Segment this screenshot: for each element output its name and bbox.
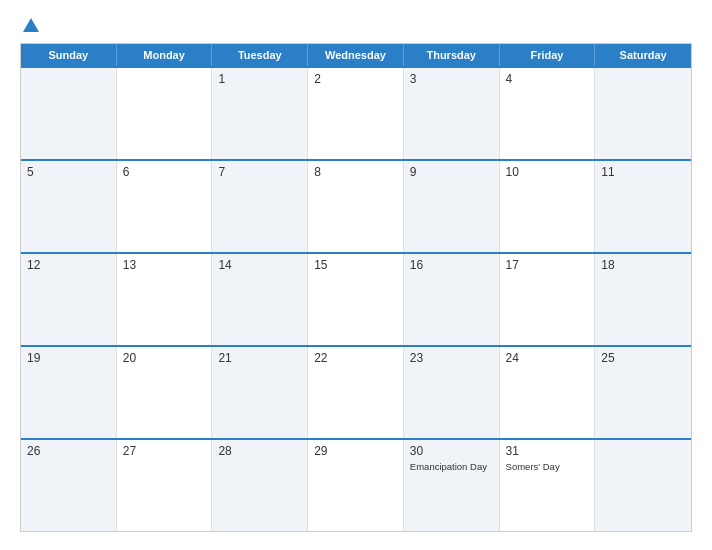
calendar-week-row: 2627282930Emancipation Day31Somers' Day	[21, 438, 691, 531]
day-number: 17	[506, 258, 589, 272]
calendar-cell: 25	[595, 347, 691, 438]
calendar-cell: 11	[595, 161, 691, 252]
calendar-cell: 26	[21, 440, 117, 531]
logo-triangle-icon	[23, 18, 39, 32]
logo	[20, 18, 39, 33]
day-number: 10	[506, 165, 589, 179]
day-number: 5	[27, 165, 110, 179]
day-number: 26	[27, 444, 110, 458]
calendar-cell: 13	[117, 254, 213, 345]
calendar-cell: 31Somers' Day	[500, 440, 596, 531]
day-number: 1	[218, 72, 301, 86]
day-number: 6	[123, 165, 206, 179]
calendar-cell: 5	[21, 161, 117, 252]
day-number: 22	[314, 351, 397, 365]
calendar-cell: 18	[595, 254, 691, 345]
calendar-cell: 8	[308, 161, 404, 252]
day-number: 11	[601, 165, 685, 179]
calendar-cell: 6	[117, 161, 213, 252]
weekday-header-cell: Thursday	[404, 44, 500, 66]
day-number: 3	[410, 72, 493, 86]
calendar-cell: 1	[212, 68, 308, 159]
calendar-cell: 23	[404, 347, 500, 438]
calendar-cell: 7	[212, 161, 308, 252]
day-number: 29	[314, 444, 397, 458]
day-number: 7	[218, 165, 301, 179]
calendar-cell: 21	[212, 347, 308, 438]
day-number: 28	[218, 444, 301, 458]
day-number: 31	[506, 444, 589, 458]
calendar-cell: 3	[404, 68, 500, 159]
calendar-cell: 24	[500, 347, 596, 438]
calendar-grid: SundayMondayTuesdayWednesdayThursdayFrid…	[20, 43, 692, 532]
day-number: 25	[601, 351, 685, 365]
calendar-cell: 12	[21, 254, 117, 345]
day-number: 12	[27, 258, 110, 272]
calendar-cell: 20	[117, 347, 213, 438]
weekday-header-cell: Sunday	[21, 44, 117, 66]
calendar-cell: 19	[21, 347, 117, 438]
day-number: 21	[218, 351, 301, 365]
day-number: 20	[123, 351, 206, 365]
calendar-page: SundayMondayTuesdayWednesdayThursdayFrid…	[0, 0, 712, 550]
day-event-label: Somers' Day	[506, 461, 589, 472]
calendar-cell: 15	[308, 254, 404, 345]
weekday-header-row: SundayMondayTuesdayWednesdayThursdayFrid…	[21, 44, 691, 66]
calendar-cell	[595, 68, 691, 159]
calendar-cell: 4	[500, 68, 596, 159]
calendar-week-row: 19202122232425	[21, 345, 691, 438]
day-number: 24	[506, 351, 589, 365]
day-number: 27	[123, 444, 206, 458]
calendar-week-row: 567891011	[21, 159, 691, 252]
day-number: 13	[123, 258, 206, 272]
calendar-week-row: 1234	[21, 66, 691, 159]
calendar-cell	[595, 440, 691, 531]
calendar-cell: 22	[308, 347, 404, 438]
day-number: 2	[314, 72, 397, 86]
weekday-header-cell: Friday	[500, 44, 596, 66]
calendar-cell: 29	[308, 440, 404, 531]
weekday-header-cell: Wednesday	[308, 44, 404, 66]
day-number: 19	[27, 351, 110, 365]
weekday-header-cell: Saturday	[595, 44, 691, 66]
calendar-cell: 2	[308, 68, 404, 159]
weekday-header-cell: Monday	[117, 44, 213, 66]
calendar-cell: 16	[404, 254, 500, 345]
day-number: 14	[218, 258, 301, 272]
calendar-cell	[21, 68, 117, 159]
calendar-cell: 30Emancipation Day	[404, 440, 500, 531]
day-number: 15	[314, 258, 397, 272]
day-event-label: Emancipation Day	[410, 461, 493, 472]
day-number: 16	[410, 258, 493, 272]
calendar-cell: 14	[212, 254, 308, 345]
day-number: 4	[506, 72, 589, 86]
calendar-week-row: 12131415161718	[21, 252, 691, 345]
weekday-header-cell: Tuesday	[212, 44, 308, 66]
calendar-cell	[117, 68, 213, 159]
calendar-cell: 9	[404, 161, 500, 252]
calendar-cell: 28	[212, 440, 308, 531]
header	[20, 18, 692, 33]
calendar-body: 1234567891011121314151617181920212223242…	[21, 66, 691, 531]
day-number: 9	[410, 165, 493, 179]
day-number: 18	[601, 258, 685, 272]
calendar-cell: 27	[117, 440, 213, 531]
day-number: 30	[410, 444, 493, 458]
calendar-cell: 17	[500, 254, 596, 345]
day-number: 8	[314, 165, 397, 179]
day-number: 23	[410, 351, 493, 365]
calendar-cell: 10	[500, 161, 596, 252]
